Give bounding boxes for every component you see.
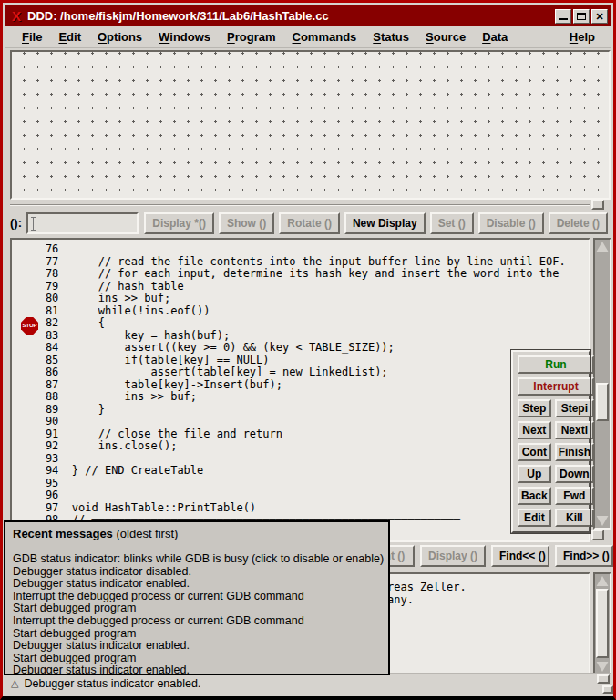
- message-list: GDB status indicator: blinks while GDB i…: [13, 553, 381, 675]
- message-line: Start debugged program: [13, 628, 381, 641]
- recent-messages-popup: Recent messages (oldest first) GDB statu…: [4, 520, 390, 675]
- menu-bar: FileEditOptionsWindowsProgramCommandsSta…: [5, 26, 611, 48]
- button-display[interactable]: Display (): [420, 545, 486, 567]
- scroll-down-icon[interactable]: [596, 515, 609, 527]
- popup-title-text: Recent messages: [13, 527, 113, 540]
- menu-options[interactable]: Options: [95, 28, 145, 46]
- source-code: 76 77 // read the file contents into the…: [19, 240, 589, 527]
- argument-input[interactable]: [26, 212, 139, 234]
- message-line: Debugger status indicator enabled.: [13, 578, 381, 591]
- text-caret-icon: [33, 217, 34, 231]
- menu-status[interactable]: Status: [370, 28, 412, 46]
- status-message: Debugger status indicator enabled.: [24, 677, 200, 690]
- button-next[interactable]: Next: [518, 421, 551, 439]
- breakpoint-stop-icon[interactable]: STOP: [21, 317, 38, 335]
- command-tool-panel: RunInterruptStepStepiNextNextiContFinish…: [511, 350, 590, 533]
- status-bar: △ Debugger status indicator enabled.: [5, 673, 611, 693]
- button-back[interactable]: Back: [518, 487, 551, 505]
- window-title: DDD: /home/fiskjm/Homework/311/Lab6/Hash…: [27, 9, 329, 23]
- menu-edit[interactable]: Edit: [56, 28, 84, 46]
- ddd-logo-icon: X: [12, 9, 21, 23]
- menu-windows[interactable]: Windows: [156, 28, 213, 46]
- close-icon: ✕: [592, 10, 607, 23]
- button-rotate[interactable]: Rotate (): [279, 212, 340, 234]
- menu-data[interactable]: Data: [479, 28, 510, 46]
- menu-commands[interactable]: Commands: [290, 28, 360, 46]
- minimize-button[interactable]: [555, 9, 571, 24]
- button-stepi[interactable]: Stepi: [555, 399, 594, 417]
- gdb-status-indicator-icon[interactable]: △: [11, 678, 18, 688]
- button-display[interactable]: Display *(): [144, 212, 214, 234]
- popup-title: Recent messages (oldest first): [13, 527, 381, 540]
- scrollbar-thumb[interactable]: [596, 589, 609, 658]
- console-scrollbar[interactable]: [593, 572, 611, 675]
- button-nexti[interactable]: Nexti: [555, 421, 594, 439]
- message-line: Interrupt the debugged process or curren…: [13, 591, 381, 603]
- minimize-icon: [559, 18, 568, 20]
- pane-sash[interactable]: [591, 200, 604, 210]
- button-step[interactable]: Step: [518, 399, 551, 417]
- button-new-display[interactable]: New Display: [344, 212, 426, 234]
- button-run[interactable]: Run: [518, 355, 594, 374]
- menu-source[interactable]: Source: [423, 28, 468, 46]
- scroll-up-icon[interactable]: [596, 575, 609, 587]
- button-kill[interactable]: Kill: [555, 509, 594, 527]
- maximize-button[interactable]: [573, 9, 590, 24]
- data-display-toolbar: (): Display *()Show ()Rotate ()New Displ…: [10, 210, 608, 236]
- scroll-up-icon[interactable]: [596, 241, 609, 252]
- button-finish[interactable]: Finish: [555, 443, 594, 461]
- button-find[interactable]: Find<< (): [491, 545, 549, 567]
- button-fwd[interactable]: Fwd: [555, 487, 594, 505]
- button-find[interactable]: Find>> (): [555, 545, 613, 567]
- pane-separator: [10, 204, 590, 206]
- scrollbar-thumb[interactable]: [596, 383, 609, 421]
- message-line: Debugger status indicator disabled.: [13, 566, 381, 579]
- button-cont[interactable]: Cont: [518, 443, 551, 461]
- ddd-window: X DDD: /home/fiskjm/Homework/311/Lab6/Ha…: [0, 0, 616, 700]
- button-up[interactable]: Up: [518, 465, 551, 483]
- source-view[interactable]: 76 77 // read the file contents into the…: [10, 238, 590, 542]
- source-scrollbar[interactable]: [593, 238, 611, 530]
- resize-grip[interactable]: [597, 674, 610, 684]
- popup-subtitle: (oldest first): [116, 527, 178, 540]
- console-output: reas Zeller. any.: [387, 582, 467, 606]
- argument-label: ():: [10, 216, 22, 230]
- message-line: Debugger status indicator enabled.: [13, 640, 381, 653]
- menu-help[interactable]: Help: [567, 28, 598, 46]
- maximize-icon: [577, 13, 586, 20]
- button-edit[interactable]: Edit: [518, 509, 551, 527]
- button-delete[interactable]: Delete (): [549, 212, 608, 234]
- button-set[interactable]: Set (): [430, 212, 474, 234]
- title-bar[interactable]: X DDD: /home/fiskjm/Homework/311/Lab6/Ha…: [5, 5, 611, 26]
- button-show[interactable]: Show (): [219, 212, 274, 234]
- menu-file[interactable]: File: [19, 28, 45, 46]
- pane-sash[interactable]: [591, 530, 604, 540]
- menu-program[interactable]: Program: [224, 28, 278, 46]
- close-button[interactable]: ✕: [591, 9, 608, 24]
- message-line: Start debugged program: [13, 602, 381, 615]
- button-down[interactable]: Down: [555, 465, 594, 483]
- message-line: GDB status indicator: blinks while GDB i…: [13, 553, 381, 566]
- scroll-down-icon[interactable]: [596, 661, 609, 673]
- message-line: Start debugged program: [13, 653, 381, 665]
- data-display-canvas[interactable]: [10, 50, 611, 200]
- message-line: Debugger status indicator enabled.: [13, 664, 381, 675]
- button-disable[interactable]: Disable (): [478, 212, 544, 234]
- button-interrupt[interactable]: Interrupt: [518, 377, 594, 396]
- resize-grip[interactable]: [602, 685, 613, 694]
- message-line: Interrupt the debugged process or curren…: [13, 615, 381, 628]
